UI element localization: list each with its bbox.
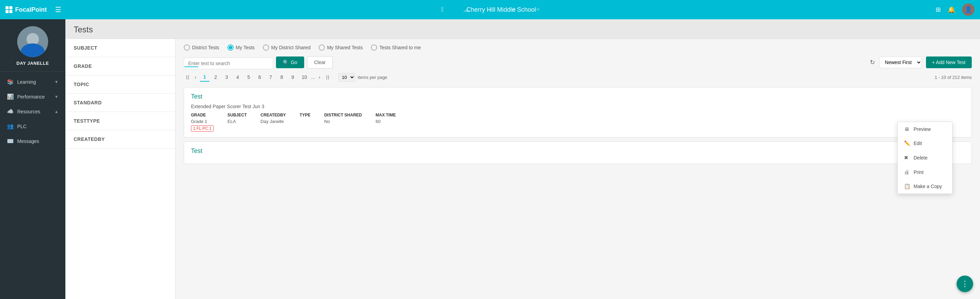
page-num-1[interactable]: 1 — [200, 73, 210, 82]
radio-tab-group: District Tests My Tests My District Shar… — [184, 45, 972, 51]
items-per-page-label: items per page — [358, 75, 387, 80]
filter-grade[interactable]: GRADE — [65, 57, 175, 75]
tab-district-tests[interactable]: District Tests — [184, 45, 219, 51]
refresh-button[interactable]: ↻ — [870, 59, 875, 66]
radio-my-shared-tests — [319, 45, 325, 51]
sidebar-item-performance[interactable]: 📊 Performance ▼ — [0, 89, 65, 104]
test-card-1-createdby-col: Createdby Day Janelle — [261, 113, 286, 131]
context-menu-copy[interactable]: 📋 Make a Copy — [898, 179, 952, 193]
resources-icon: ☁️ — [7, 108, 14, 115]
tab-my-district-shared-label: My District Shared — [271, 45, 310, 50]
test-card-1-title: Test — [191, 93, 964, 100]
sidebar-username: DAY JANELLE — [16, 61, 49, 66]
grid-apps-button[interactable]: ⊞ — [935, 6, 941, 13]
resources-chevron-icon: ▲ — [54, 109, 59, 114]
filter-createdby[interactable]: CREATEDBY — [65, 130, 175, 149]
page-num-10[interactable]: 10 — [299, 73, 310, 81]
page-last-button[interactable]: ⟩⟩ — [324, 73, 331, 81]
search-bar: 🔍 Go Clear ↻ Newest First Oldest First N… — [184, 56, 972, 69]
tab-my-shared-tests[interactable]: My Shared Tests — [319, 45, 363, 51]
context-menu-edit-label: Edit — [913, 141, 922, 146]
add-new-test-button[interactable]: + Add New Test — [926, 56, 972, 68]
sidebar-avatar — [17, 26, 48, 57]
test-card-1-grade-value: Grade 1 — [191, 119, 214, 124]
delete-icon: ✖ — [904, 155, 910, 161]
test-card-1-createdby-value: Day Janelle — [261, 119, 286, 124]
app-name: FocalPoint — [15, 6, 47, 13]
radio-shared-to-me — [371, 45, 377, 51]
page-num-6[interactable]: 6 — [255, 73, 265, 81]
print-icon: 🖨 — [904, 169, 910, 175]
radio-my-tests — [228, 45, 234, 51]
filter-standard[interactable]: STANDARD — [65, 94, 175, 112]
context-menu-copy-label: Make a Copy — [913, 184, 942, 189]
per-page-select[interactable]: 10 25 50 — [338, 73, 355, 82]
sidebar-profile: DAY JANELLE — [0, 19, 65, 72]
test-card-1-district-shared-value: No — [324, 119, 362, 124]
test-card-1-createdby-label: Createdby — [261, 113, 286, 117]
learning-chevron-icon: ▼ — [54, 80, 59, 85]
deco-cloud-icon: ☁ — [463, 5, 470, 14]
go-button[interactable]: 🔍 Go — [276, 56, 304, 68]
test-card-1-max-time-label: Max Time — [376, 113, 396, 117]
context-menu-print-label: Print — [913, 169, 924, 175]
test-card-1-district-shared-col: District Shared No — [324, 113, 362, 131]
sidebar-label-learning: Learning — [17, 79, 36, 85]
deco-star-icon: ★ — [511, 5, 517, 14]
context-menu-print[interactable]: 🖨 Print — [898, 165, 952, 179]
filter-testtype[interactable]: TESTTYPE — [65, 112, 175, 130]
context-menu-preview[interactable]: 🖥 Preview — [898, 122, 952, 136]
tab-shared-to-me-label: Tests Shared to me — [379, 45, 421, 50]
sidebar-item-messages[interactable]: ✉️ Messages — [0, 134, 65, 149]
page-header: Tests — [65, 19, 980, 39]
filter-subject[interactable]: SUBJECT — [65, 39, 175, 57]
test-card-1-type-label: Type — [300, 113, 310, 117]
page-num-9[interactable]: 9 — [288, 73, 298, 81]
app-logo[interactable]: FocalPoint — [5, 6, 47, 13]
search-underline — [185, 67, 198, 67]
notifications-button[interactable]: 🔔 — [948, 6, 955, 13]
context-menu-edit[interactable]: ✏️ Edit — [898, 136, 952, 150]
main-content: SUBJECT GRADE TOPIC STANDARD TESTTYPE CR… — [65, 39, 980, 299]
copy-icon: 📋 — [904, 183, 910, 189]
top-nav: FocalPoint ☰ Cherry Hill Middle School ⬆… — [0, 0, 980, 19]
page-num-7[interactable]: 7 — [266, 73, 275, 81]
context-menu-preview-label: Preview — [913, 126, 931, 132]
tab-shared-to-me[interactable]: Tests Shared to me — [371, 45, 421, 51]
search-actions-right: ↻ Newest First Oldest First Name A-Z Nam… — [870, 56, 972, 68]
preview-icon: 🖥 — [904, 126, 910, 132]
clear-button[interactable]: Clear — [307, 56, 333, 69]
test-card-1-district-shared-label: District Shared — [324, 113, 362, 117]
page-num-3[interactable]: 3 — [222, 73, 232, 81]
sidebar-item-resources[interactable]: ☁️ Resources ▲ — [0, 104, 65, 119]
page-next-button[interactable]: › — [317, 73, 323, 81]
test-card-1-tag[interactable]: 1.FL.PC.1 — [191, 125, 214, 131]
page-prev-button[interactable]: ‹ — [193, 73, 199, 81]
sidebar-item-messages-left: ✉️ Messages — [7, 138, 39, 144]
filter-panel: SUBJECT GRADE TOPIC STANDARD TESTTYPE CR… — [65, 39, 175, 299]
user-avatar[interactable]: 👤 — [962, 3, 975, 16]
test-card-1-max-time-value: 60 — [376, 119, 396, 124]
items-count: 1 - 10 of 212 items — [935, 75, 972, 80]
fab-button[interactable]: ⋮ — [956, 276, 973, 292]
tab-my-district-shared[interactable]: My District Shared — [263, 45, 310, 51]
page-num-4[interactable]: 4 — [233, 73, 243, 81]
nav-icons: ⊞ 🔔 👤 — [935, 3, 975, 16]
test-card-1-max-time-col: Max Time 60 — [376, 113, 396, 131]
plc-icon: 👥 — [7, 123, 14, 130]
fab-icon: ⋮ — [961, 279, 969, 288]
search-input[interactable] — [184, 58, 273, 69]
tab-my-tests[interactable]: My Tests — [228, 45, 255, 51]
page-num-8[interactable]: 8 — [277, 73, 286, 81]
sidebar-item-learning[interactable]: 📚 Learning ▼ — [0, 74, 65, 89]
sort-select[interactable]: Newest First Oldest First Name A-Z Name … — [879, 56, 922, 68]
page-num-5[interactable]: 5 — [244, 73, 254, 81]
sidebar-label-resources: Resources — [17, 109, 40, 114]
hamburger-button[interactable]: ☰ — [52, 3, 64, 16]
filter-topic[interactable]: TOPIC — [65, 75, 175, 94]
page-num-2[interactable]: 2 — [211, 73, 221, 81]
page-first-button[interactable]: ⟨⟨ — [184, 73, 191, 81]
context-menu-delete[interactable]: ✖ Delete — [898, 150, 952, 165]
sidebar-item-plc[interactable]: 👥 PLC — [0, 119, 65, 134]
sidebar-item-plc-left: 👥 PLC — [7, 123, 27, 130]
